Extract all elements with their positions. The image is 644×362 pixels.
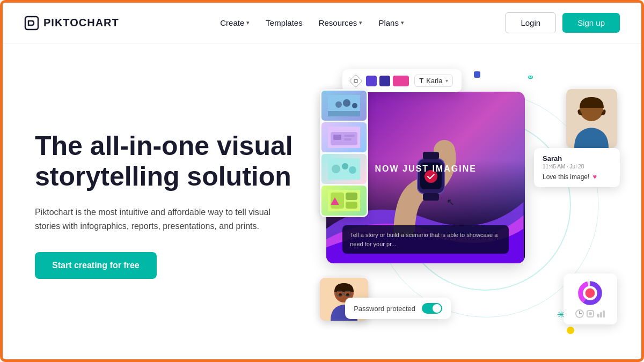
svg-rect-0 bbox=[25, 17, 38, 29]
floating-cards: T Karla ▾ bbox=[316, 60, 620, 350]
photo-thumb-3 bbox=[321, 154, 367, 184]
card-comment: Sarah 11:45 AM · Jul 28 Love this image!… bbox=[534, 148, 620, 187]
login-button[interactable]: Login bbox=[505, 12, 556, 33]
cta-button[interactable]: Start creating for free bbox=[35, 252, 157, 279]
chevron-down-icon: ▾ bbox=[246, 19, 250, 26]
svg-rect-18 bbox=[346, 193, 357, 200]
main-content: The all-in-one visual storytelling solut… bbox=[3, 43, 641, 362]
font-value: Karla bbox=[426, 77, 442, 85]
card-story-text: Tell a story or build a scenario that is… bbox=[342, 225, 509, 254]
color-swatch-dark-purple[interactable] bbox=[379, 76, 390, 86]
comment-name: Sarah bbox=[543, 154, 611, 162]
svg-rect-23 bbox=[423, 193, 439, 201]
photo-thumb-2 bbox=[321, 122, 367, 152]
chart-icons-row bbox=[575, 309, 605, 318]
chevron-down-icon: ▾ bbox=[401, 19, 404, 26]
svg-point-41 bbox=[589, 312, 592, 315]
svg-rect-42 bbox=[597, 314, 599, 317]
svg-rect-9 bbox=[333, 135, 341, 140]
toolbar-colors bbox=[366, 76, 409, 86]
comment-text: Love this image! ♥ bbox=[543, 173, 611, 181]
color-swatch-purple[interactable] bbox=[366, 76, 377, 86]
svg-rect-11 bbox=[344, 138, 352, 141]
password-label: Password protected bbox=[354, 305, 415, 313]
deco-triangle-icon bbox=[331, 197, 339, 205]
svg-rect-44 bbox=[603, 311, 605, 317]
hero-visual: ✳ ⚭ ↖ T Karla bbox=[316, 60, 620, 350]
hero-content: The all-in-one visual storytelling solut… bbox=[35, 131, 316, 279]
chart-icon-3 bbox=[597, 309, 605, 318]
font-chevron-icon: ▾ bbox=[445, 78, 448, 84]
svg-rect-10 bbox=[344, 135, 355, 137]
svg-point-14 bbox=[342, 163, 348, 169]
svg-point-4 bbox=[343, 99, 350, 107]
svg-point-3 bbox=[335, 101, 342, 108]
card-password: Password protected bbox=[345, 298, 451, 319]
imagine-text: NOW JUST IMAGINE bbox=[375, 164, 477, 174]
comment-time: 11:45 AM · Jul 28 bbox=[543, 164, 611, 169]
nav-item-resources[interactable]: Resources ▾ bbox=[319, 18, 363, 27]
main-nav: Create ▾ Templates Resources ▾ Plans ▾ bbox=[220, 18, 404, 27]
card-photo-grid bbox=[320, 89, 368, 217]
font-selector[interactable]: T Karla ▾ bbox=[414, 75, 452, 87]
hand-svg bbox=[372, 119, 479, 237]
card-person-photo bbox=[566, 89, 617, 148]
svg-point-38 bbox=[586, 289, 595, 298]
heart-icon: ♥ bbox=[592, 173, 597, 181]
nav-item-templates[interactable]: Templates bbox=[266, 18, 302, 27]
chart-icon-1 bbox=[575, 309, 584, 318]
logo-icon bbox=[24, 16, 39, 31]
cursor-icon: ↖ bbox=[447, 196, 455, 208]
chart-icon-2 bbox=[586, 309, 595, 318]
hero-description: Piktochart is the most intuitive and aff… bbox=[35, 205, 282, 233]
header-actions: Login Sign up bbox=[505, 12, 620, 33]
signup-button[interactable]: Sign up bbox=[562, 13, 620, 33]
nav-item-plans[interactable]: Plans ▾ bbox=[378, 18, 404, 27]
svg-rect-43 bbox=[600, 312, 602, 317]
svg-rect-6 bbox=[328, 111, 360, 116]
logo[interactable]: PIKTOCHART bbox=[24, 16, 119, 31]
toggle-switch[interactable] bbox=[422, 303, 442, 314]
donut-chart-svg bbox=[575, 280, 605, 306]
page-container: PIKTOCHART Create ▾ Templates Resources … bbox=[0, 0, 644, 362]
brand-name: PIKTOCHART bbox=[43, 17, 119, 29]
card-chart bbox=[564, 274, 617, 324]
photo-thumb-1 bbox=[321, 91, 367, 121]
svg-rect-19 bbox=[346, 202, 357, 209]
color-swatch-pink[interactable] bbox=[393, 76, 409, 86]
svg-marker-1 bbox=[353, 78, 359, 84]
hero-title: The all-in-one visual storytelling solut… bbox=[35, 131, 305, 193]
header: PIKTOCHART Create ▾ Templates Resources … bbox=[3, 3, 641, 43]
photo-thumb-4 bbox=[321, 186, 367, 216]
chevron-down-icon: ▾ bbox=[359, 19, 362, 26]
svg-point-13 bbox=[332, 165, 340, 173]
person-photo-svg bbox=[566, 89, 617, 148]
diamond-icon bbox=[349, 74, 362, 87]
font-name-label: T bbox=[419, 77, 423, 85]
svg-rect-22 bbox=[423, 152, 439, 159]
svg-point-5 bbox=[352, 103, 357, 108]
svg-point-15 bbox=[349, 166, 356, 174]
nav-item-create[interactable]: Create ▾ bbox=[220, 18, 250, 27]
